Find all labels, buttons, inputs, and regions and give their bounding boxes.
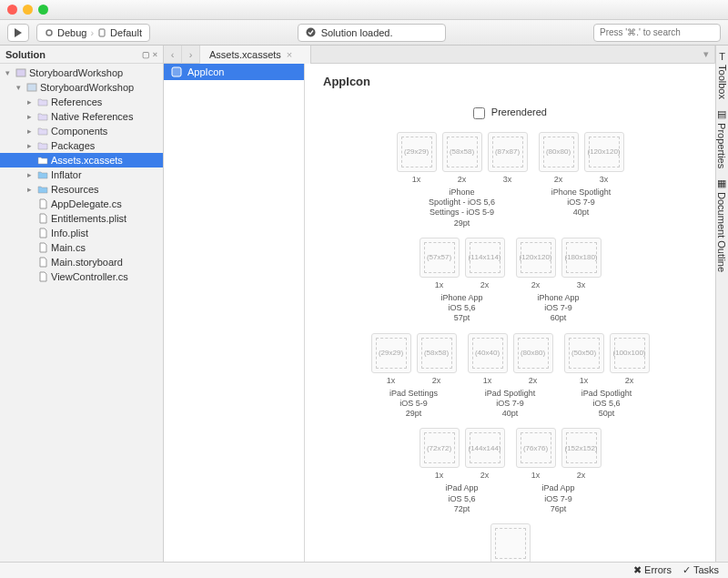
- tree-item[interactable]: ▸Components: [0, 124, 163, 138]
- image-well[interactable]: (80x80): [539, 132, 579, 172]
- svg-rect-4: [16, 69, 25, 76]
- appicon-editor: AppIcon Prerendered (29x29)1x(58x58)2x(8…: [305, 64, 715, 562]
- svg-marker-0: [15, 28, 22, 37]
- scale-label: 1x: [435, 280, 444, 289]
- svg-rect-2: [99, 29, 105, 36]
- scale-label: 2x: [577, 471, 586, 480]
- image-well[interactable]: (29x29): [371, 333, 411, 373]
- tree-item[interactable]: Main.cs: [0, 240, 163, 255]
- editor-tabbar: ‹ › Assets.xcassets × ▾: [164, 46, 715, 64]
- scale-label: 2x: [531, 280, 541, 289]
- icon-group: (80x80)2x(120x120)3xiPhone SpotlightiOS …: [539, 132, 624, 228]
- scale-label: 1x: [412, 175, 421, 184]
- tree-item[interactable]: Main.storyboard: [0, 255, 163, 269]
- status-display: Solution loaded.: [298, 24, 447, 42]
- errors-button[interactable]: ✖ Errors: [633, 564, 672, 576]
- tree-item[interactable]: ▸Native References: [0, 109, 163, 124]
- tree-item[interactable]: ▸Resources: [0, 182, 163, 197]
- tree-item[interactable]: ▾StoryboardWorkshop: [0, 66, 163, 80]
- tree-item[interactable]: ▾StoryboardWorkshop: [0, 80, 163, 95]
- image-well[interactable]: (144x144): [465, 428, 505, 468]
- image-well[interactable]: (58x58): [417, 333, 457, 373]
- image-well[interactable]: (57x57): [420, 238, 460, 278]
- image-well[interactable]: (100x100): [610, 333, 650, 373]
- tree-item[interactable]: ▸Inflator: [0, 167, 163, 182]
- scale-label: 3x: [600, 175, 609, 184]
- image-well[interactable]: (50x50): [564, 333, 604, 373]
- appicon-icon: [171, 66, 182, 77]
- run-configuration-selector[interactable]: Debug › Default: [36, 24, 150, 42]
- icon-group: (57x57)1x(114x114)2xiPhone AppiOS 5,657p…: [420, 238, 505, 324]
- chevron-right-icon: ›: [90, 27, 94, 38]
- editor-title: AppIcon: [323, 75, 697, 88]
- run-button[interactable]: [7, 24, 29, 42]
- scale-label: 3x: [577, 280, 586, 289]
- image-well[interactable]: (40x40): [468, 333, 508, 373]
- statusbar: ✖ Errors ✓ Tasks: [0, 562, 728, 578]
- tree-item[interactable]: Assets.xcassets: [0, 153, 163, 167]
- image-well[interactable]: (29x29): [397, 132, 437, 172]
- minimize-window-button[interactable]: [23, 5, 33, 15]
- right-panel-tabs: T Toolbox ▤ Properties ▦ Document Outlin…: [715, 46, 728, 562]
- panel-tab-properties[interactable]: ▤ Properties: [716, 108, 728, 168]
- tasks-button[interactable]: ✓ Tasks: [682, 564, 719, 576]
- zoom-window-button[interactable]: [38, 5, 48, 15]
- image-well[interactable]: (72x72): [420, 428, 460, 468]
- tree-item[interactable]: ▸References: [0, 95, 163, 109]
- svg-point-1: [46, 30, 52, 35]
- image-well[interactable]: (58x58): [442, 132, 482, 172]
- tree-item[interactable]: Entitlements.plist: [0, 211, 163, 226]
- catalog-item-appicon[interactable]: AppIcon: [164, 64, 304, 80]
- image-well[interactable]: [490, 523, 531, 562]
- catalog-item-label: AppIcon: [187, 66, 224, 77]
- tree-item[interactable]: ▸Packages: [0, 138, 163, 153]
- scale-label: 2x: [529, 376, 538, 385]
- image-well[interactable]: (76x76): [516, 428, 556, 468]
- image-well[interactable]: (152x152): [561, 428, 602, 468]
- search-input[interactable]: [593, 24, 721, 42]
- nav-back-button[interactable]: ‹: [164, 46, 182, 64]
- tree-item[interactable]: AppDelegate.cs: [0, 197, 163, 211]
- scale-label: 2x: [458, 175, 467, 184]
- group-label: iPad AppiOS 5,672pt: [445, 483, 478, 514]
- check-icon: [306, 27, 316, 37]
- nav-forward-button[interactable]: ›: [182, 46, 200, 64]
- icon-group: (29x29)1x(58x58)2xiPad SettingsiOS 5-929…: [371, 333, 457, 420]
- image-well[interactable]: (120x120): [584, 132, 624, 172]
- tree-item[interactable]: ViewController.cs: [0, 269, 163, 284]
- panel-tab-toolbox[interactable]: T Toolbox: [717, 51, 728, 99]
- scale-label: 2x: [625, 376, 634, 385]
- group-label: iPhoneSpotlight - iOS 5,6Settings - iOS …: [429, 188, 495, 228]
- tab-assets[interactable]: Assets.xcassets ×: [200, 46, 311, 64]
- scale-label: 1x: [387, 376, 396, 385]
- device-icon: [97, 28, 106, 37]
- group-label: iPad SpotlightiOS 5,650pt: [581, 389, 632, 420]
- asset-catalog-list[interactable]: AppIcon: [164, 64, 305, 562]
- image-well[interactable]: (87x87): [488, 132, 528, 172]
- tab-menu-button[interactable]: ▾: [697, 46, 715, 64]
- group-label: iPad AppiOS 7-976pt: [541, 483, 574, 514]
- image-well[interactable]: (114x114): [465, 238, 505, 278]
- scale-label: 1x: [483, 376, 492, 385]
- scale-label: 1x: [580, 376, 589, 385]
- prerendered-checkbox[interactable]: [473, 107, 485, 119]
- group-label: iPad SettingsiOS 5-929pt: [389, 389, 438, 420]
- group-label: iPad SpotlightiOS 7-940pt: [485, 389, 536, 420]
- close-tab-icon[interactable]: ×: [287, 49, 292, 60]
- solution-tree[interactable]: ▾StoryboardWorkshop▾StoryboardWorkshop▸R…: [0, 64, 163, 562]
- panel-tab-document-outline[interactable]: ▦ Document Outline: [716, 177, 728, 272]
- icon-group: (120x120)2x(180x180)3xiPhone AppiOS 7-96…: [516, 238, 602, 324]
- image-well[interactable]: (120x120): [516, 238, 556, 278]
- status-text: Solution loaded.: [321, 27, 393, 38]
- icon-group: (40x40)1x(80x80)2xiPad SpotlightiOS 7-94…: [468, 333, 553, 420]
- close-window-button[interactable]: [7, 5, 17, 15]
- tree-item[interactable]: Info.plist: [0, 226, 163, 240]
- image-well[interactable]: (180x180): [561, 238, 602, 278]
- sidebar-options-button[interactable]: ▢ ×: [142, 50, 157, 59]
- scale-label: 2x: [480, 280, 490, 289]
- scale-label: 1x: [531, 471, 541, 480]
- scale-label: 2x: [480, 471, 490, 480]
- scale-label: 3x: [503, 175, 512, 184]
- image-well[interactable]: (80x80): [513, 333, 553, 373]
- solution-sidebar: Solution ▢ × ▾StoryboardWorkshop▾Storybo…: [0, 46, 164, 562]
